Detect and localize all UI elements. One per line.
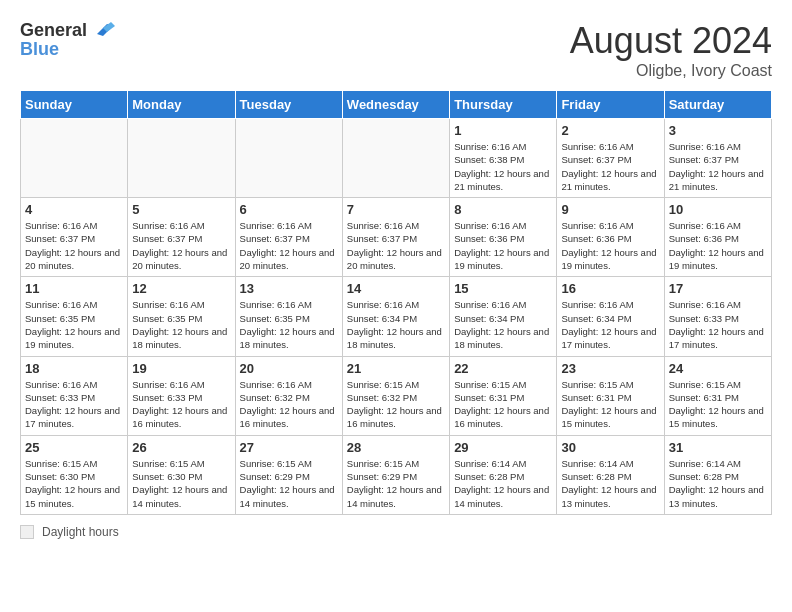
calendar-table: SundayMondayTuesdayWednesdayThursdayFrid… [20,90,772,515]
location-subtitle: Oligbe, Ivory Coast [570,62,772,80]
logo-bird-icon [89,16,115,42]
calendar-cell [235,119,342,198]
title-area: August 2024 Oligbe, Ivory Coast [570,20,772,80]
day-info: Sunrise: 6:16 AM Sunset: 6:37 PM Dayligh… [669,140,767,193]
day-number: 21 [347,361,445,376]
daylight-box [20,525,34,539]
calendar-cell: 23Sunrise: 6:15 AM Sunset: 6:31 PM Dayli… [557,356,664,435]
day-info: Sunrise: 6:16 AM Sunset: 6:38 PM Dayligh… [454,140,552,193]
day-info: Sunrise: 6:16 AM Sunset: 6:37 PM Dayligh… [561,140,659,193]
day-number: 6 [240,202,338,217]
calendar-cell: 6Sunrise: 6:16 AM Sunset: 6:37 PM Daylig… [235,198,342,277]
calendar-cell: 22Sunrise: 6:15 AM Sunset: 6:31 PM Dayli… [450,356,557,435]
calendar-cell: 20Sunrise: 6:16 AM Sunset: 6:32 PM Dayli… [235,356,342,435]
calendar-cell: 18Sunrise: 6:16 AM Sunset: 6:33 PM Dayli… [21,356,128,435]
day-number: 24 [669,361,767,376]
day-number: 1 [454,123,552,138]
day-number: 2 [561,123,659,138]
calendar-day-header: Friday [557,91,664,119]
calendar-cell: 9Sunrise: 6:16 AM Sunset: 6:36 PM Daylig… [557,198,664,277]
day-info: Sunrise: 6:15 AM Sunset: 6:30 PM Dayligh… [25,457,123,510]
calendar-cell: 29Sunrise: 6:14 AM Sunset: 6:28 PM Dayli… [450,435,557,514]
day-number: 7 [347,202,445,217]
calendar-cell: 16Sunrise: 6:16 AM Sunset: 6:34 PM Dayli… [557,277,664,356]
calendar-cell: 8Sunrise: 6:16 AM Sunset: 6:36 PM Daylig… [450,198,557,277]
calendar-day-header: Thursday [450,91,557,119]
day-info: Sunrise: 6:16 AM Sunset: 6:34 PM Dayligh… [454,298,552,351]
day-number: 12 [132,281,230,296]
day-info: Sunrise: 6:16 AM Sunset: 6:34 PM Dayligh… [561,298,659,351]
day-number: 26 [132,440,230,455]
calendar-cell: 10Sunrise: 6:16 AM Sunset: 6:36 PM Dayli… [664,198,771,277]
calendar-cell: 24Sunrise: 6:15 AM Sunset: 6:31 PM Dayli… [664,356,771,435]
calendar-cell: 27Sunrise: 6:15 AM Sunset: 6:29 PM Dayli… [235,435,342,514]
calendar-cell [342,119,449,198]
calendar-header: SundayMondayTuesdayWednesdayThursdayFrid… [21,91,772,119]
footer: Daylight hours [20,525,772,539]
calendar-cell: 21Sunrise: 6:15 AM Sunset: 6:32 PM Dayli… [342,356,449,435]
calendar-cell: 15Sunrise: 6:16 AM Sunset: 6:34 PM Dayli… [450,277,557,356]
logo: General Blue [20,20,115,60]
calendar-cell: 11Sunrise: 6:16 AM Sunset: 6:35 PM Dayli… [21,277,128,356]
day-info: Sunrise: 6:16 AM Sunset: 6:36 PM Dayligh… [454,219,552,272]
calendar-cell: 5Sunrise: 6:16 AM Sunset: 6:37 PM Daylig… [128,198,235,277]
calendar-day-header: Saturday [664,91,771,119]
day-info: Sunrise: 6:16 AM Sunset: 6:37 PM Dayligh… [132,219,230,272]
day-number: 14 [347,281,445,296]
day-info: Sunrise: 6:16 AM Sunset: 6:36 PM Dayligh… [669,219,767,272]
day-info: Sunrise: 6:14 AM Sunset: 6:28 PM Dayligh… [669,457,767,510]
calendar-cell: 1Sunrise: 6:16 AM Sunset: 6:38 PM Daylig… [450,119,557,198]
calendar-cell: 25Sunrise: 6:15 AM Sunset: 6:30 PM Dayli… [21,435,128,514]
day-info: Sunrise: 6:14 AM Sunset: 6:28 PM Dayligh… [561,457,659,510]
day-number: 10 [669,202,767,217]
day-info: Sunrise: 6:16 AM Sunset: 6:33 PM Dayligh… [132,378,230,431]
day-number: 31 [669,440,767,455]
calendar-cell: 30Sunrise: 6:14 AM Sunset: 6:28 PM Dayli… [557,435,664,514]
day-info: Sunrise: 6:16 AM Sunset: 6:33 PM Dayligh… [25,378,123,431]
calendar-cell [21,119,128,198]
calendar-cell: 19Sunrise: 6:16 AM Sunset: 6:33 PM Dayli… [128,356,235,435]
day-number: 27 [240,440,338,455]
calendar-cell: 26Sunrise: 6:15 AM Sunset: 6:30 PM Dayli… [128,435,235,514]
logo-text-general: General [20,21,87,41]
day-info: Sunrise: 6:16 AM Sunset: 6:35 PM Dayligh… [132,298,230,351]
day-number: 4 [25,202,123,217]
day-number: 5 [132,202,230,217]
calendar-cell: 17Sunrise: 6:16 AM Sunset: 6:33 PM Dayli… [664,277,771,356]
day-info: Sunrise: 6:15 AM Sunset: 6:31 PM Dayligh… [454,378,552,431]
day-number: 8 [454,202,552,217]
day-info: Sunrise: 6:15 AM Sunset: 6:32 PM Dayligh… [347,378,445,431]
calendar-cell: 4Sunrise: 6:16 AM Sunset: 6:37 PM Daylig… [21,198,128,277]
day-number: 28 [347,440,445,455]
day-info: Sunrise: 6:16 AM Sunset: 6:33 PM Dayligh… [669,298,767,351]
calendar-day-header: Sunday [21,91,128,119]
calendar-cell: 14Sunrise: 6:16 AM Sunset: 6:34 PM Dayli… [342,277,449,356]
day-number: 23 [561,361,659,376]
day-number: 22 [454,361,552,376]
calendar-cell [128,119,235,198]
calendar-day-header: Wednesday [342,91,449,119]
day-info: Sunrise: 6:15 AM Sunset: 6:29 PM Dayligh… [240,457,338,510]
day-info: Sunrise: 6:16 AM Sunset: 6:37 PM Dayligh… [240,219,338,272]
day-info: Sunrise: 6:15 AM Sunset: 6:29 PM Dayligh… [347,457,445,510]
day-number: 17 [669,281,767,296]
day-info: Sunrise: 6:16 AM Sunset: 6:37 PM Dayligh… [25,219,123,272]
calendar-day-header: Tuesday [235,91,342,119]
day-number: 29 [454,440,552,455]
day-info: Sunrise: 6:16 AM Sunset: 6:32 PM Dayligh… [240,378,338,431]
calendar-day-header: Monday [128,91,235,119]
day-number: 13 [240,281,338,296]
day-info: Sunrise: 6:15 AM Sunset: 6:30 PM Dayligh… [132,457,230,510]
page-header: General Blue August 2024 Oligbe, Ivory C… [20,20,772,80]
calendar-cell: 13Sunrise: 6:16 AM Sunset: 6:35 PM Dayli… [235,277,342,356]
day-info: Sunrise: 6:15 AM Sunset: 6:31 PM Dayligh… [561,378,659,431]
day-number: 30 [561,440,659,455]
day-number: 9 [561,202,659,217]
day-number: 25 [25,440,123,455]
day-info: Sunrise: 6:16 AM Sunset: 6:37 PM Dayligh… [347,219,445,272]
logo-text-blue: Blue [20,40,115,60]
day-number: 16 [561,281,659,296]
day-info: Sunrise: 6:14 AM Sunset: 6:28 PM Dayligh… [454,457,552,510]
day-number: 18 [25,361,123,376]
day-number: 3 [669,123,767,138]
